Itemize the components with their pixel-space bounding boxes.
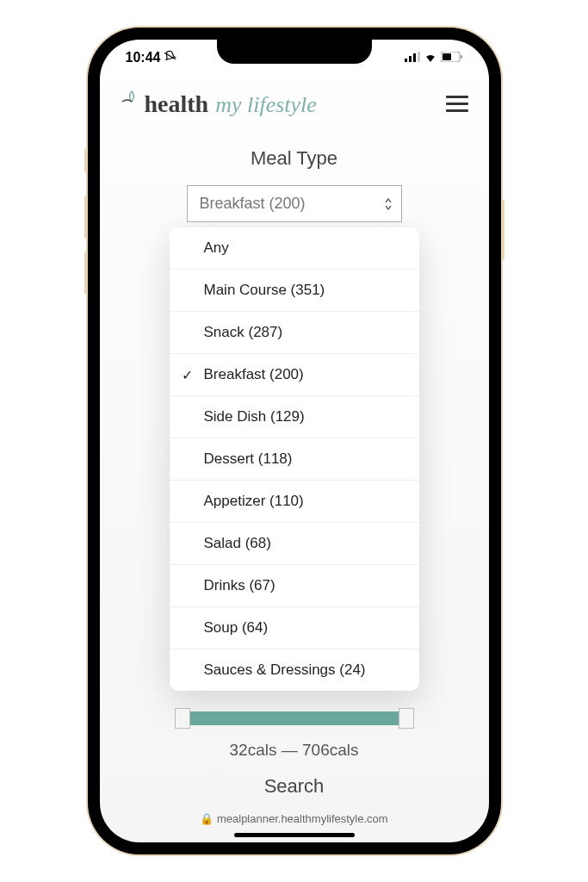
phone-frame: 10:44 xyxy=(88,28,501,854)
svg-rect-2 xyxy=(409,56,412,62)
option-breakfast[interactable]: Breakfast (200) xyxy=(170,354,419,396)
url-bar: 🔒 mealplanner.healthmylifestyle.com xyxy=(100,812,489,825)
select-arrows-icon xyxy=(384,197,393,211)
slider-handle-max[interactable] xyxy=(399,708,414,729)
option-side-dish[interactable]: Side Dish (129) xyxy=(170,396,419,438)
meal-type-dropdown: Any Main Course (351) Snack (287) Breakf… xyxy=(170,227,419,691)
option-snack[interactable]: Snack (287) xyxy=(170,312,419,354)
svg-rect-3 xyxy=(413,53,416,62)
screen: 10:44 xyxy=(100,40,489,842)
notch xyxy=(217,40,372,64)
menu-button[interactable] xyxy=(446,96,468,112)
option-dessert[interactable]: Dessert (118) xyxy=(170,438,419,481)
svg-rect-1 xyxy=(405,59,407,62)
leaf-icon xyxy=(121,90,143,115)
svg-rect-7 xyxy=(461,55,462,59)
calorie-range-text: 32cals — 706cals xyxy=(121,741,468,760)
option-main-course[interactable]: Main Course (351) xyxy=(170,270,419,312)
meal-type-select[interactable]: Breakfast (200) xyxy=(187,185,402,222)
silent-mode-icon xyxy=(163,48,178,66)
silence-switch xyxy=(84,148,88,172)
logo[interactable]: health my lifestyle xyxy=(121,90,317,118)
option-drinks[interactable]: Drinks (67) xyxy=(170,565,419,607)
power-button xyxy=(501,200,504,260)
option-soup[interactable]: Soup (64) xyxy=(170,607,419,649)
calorie-slider[interactable] xyxy=(183,711,406,725)
slider-handle-min[interactable] xyxy=(175,708,190,729)
home-indicator[interactable] xyxy=(234,833,355,837)
search-title: Search xyxy=(121,775,468,798)
option-any[interactable]: Any xyxy=(170,227,419,270)
logo-text-lifestyle: my lifestyle xyxy=(215,92,317,118)
status-time: 10:44 xyxy=(126,50,161,65)
option-salad[interactable]: Salad (68) xyxy=(170,523,419,565)
logo-text-health: health xyxy=(145,90,209,118)
svg-rect-4 xyxy=(418,52,420,62)
option-appetizer[interactable]: Appetizer (110) xyxy=(170,481,419,523)
app-header: health my lifestyle xyxy=(100,72,489,127)
option-sauces[interactable]: Sauces & Dressings (24) xyxy=(170,649,419,691)
lock-icon: 🔒 xyxy=(200,812,214,825)
battery-icon xyxy=(441,50,463,65)
signal-icon xyxy=(405,50,420,65)
wifi-icon xyxy=(424,50,437,65)
meal-type-title: Meal Type xyxy=(121,147,468,170)
svg-rect-6 xyxy=(443,53,451,60)
url-text: mealplanner.healthmylifestyle.com xyxy=(217,812,388,825)
meal-type-selected-value: Breakfast (200) xyxy=(200,195,306,212)
volume-up-button xyxy=(84,196,88,239)
volume-down-button xyxy=(84,252,88,295)
